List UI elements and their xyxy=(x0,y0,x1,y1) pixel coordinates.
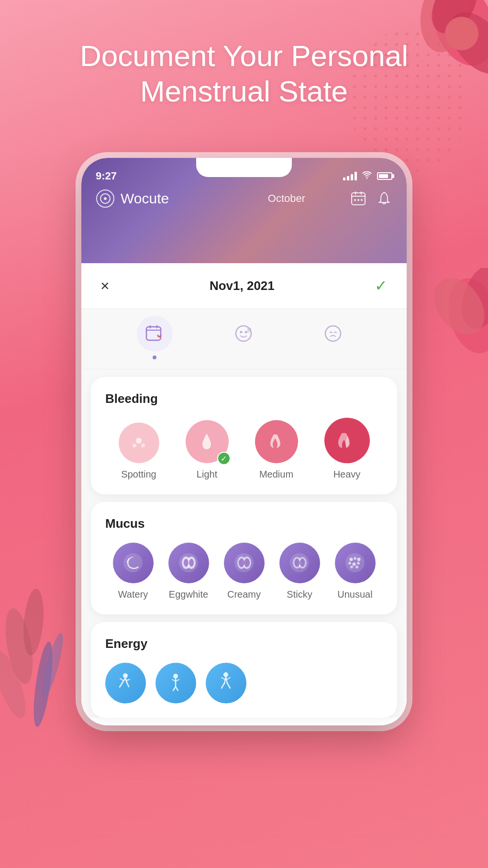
svg-point-29 xyxy=(240,331,243,334)
bleeding-options: Spotting ✓ Light xyxy=(105,418,383,480)
notification-icon[interactable] xyxy=(376,190,392,207)
tab-emotion[interactable] xyxy=(315,316,351,359)
svg-point-53 xyxy=(354,557,356,560)
svg-point-35 xyxy=(123,553,143,572)
energy-section-card: Energy xyxy=(91,622,397,718)
tab-emotion-bg xyxy=(315,316,351,352)
tab-mood-bg xyxy=(226,316,262,352)
unusual-circle xyxy=(335,543,376,583)
bleeding-option-spotting[interactable]: Spotting xyxy=(119,423,159,480)
svg-point-22 xyxy=(357,199,359,201)
bleeding-option-heavy[interactable]: Heavy xyxy=(324,418,370,480)
battery-icon xyxy=(377,172,392,180)
svg-point-50 xyxy=(299,559,305,567)
calendar-icon[interactable] xyxy=(350,190,366,207)
svg-point-45 xyxy=(244,558,250,567)
svg-point-54 xyxy=(357,558,360,561)
energy-option-3[interactable] xyxy=(206,663,246,703)
svg-point-52 xyxy=(349,558,353,561)
status-time: 9:27 xyxy=(96,166,117,182)
watery-circle xyxy=(113,543,154,583)
bleeding-section-card: Bleeding Spotting xyxy=(91,377,397,494)
app-nav-bar: Wocute October xyxy=(81,184,407,213)
confirm-button[interactable]: ✓ xyxy=(375,277,388,295)
mucus-option-eggwhite[interactable]: Eggwhite xyxy=(168,543,209,600)
eggwhite-label: Eggwhite xyxy=(169,589,208,600)
mucus-option-sticky[interactable]: Sticky xyxy=(279,543,320,600)
heavy-circle xyxy=(324,418,370,463)
selected-check-badge: ✓ xyxy=(217,452,231,465)
tab-mood[interactable] xyxy=(226,316,262,359)
watery-label: Watery xyxy=(118,589,148,600)
svg-point-21 xyxy=(354,199,356,201)
bleeding-tab-icon xyxy=(144,323,166,345)
svg-point-60 xyxy=(123,673,128,678)
svg-point-23 xyxy=(361,199,363,201)
svg-point-59 xyxy=(355,566,358,568)
svg-point-34 xyxy=(141,444,145,447)
flower-right-decoration xyxy=(402,268,488,404)
leaf-left-decoration xyxy=(0,550,77,734)
heavy-label: Heavy xyxy=(333,469,361,480)
svg-point-32 xyxy=(136,438,142,444)
mood-tab-icon xyxy=(233,323,255,345)
svg-point-13 xyxy=(366,178,368,179)
energy-option-2[interactable] xyxy=(155,663,196,703)
tab-row xyxy=(81,309,407,369)
emotion-tab-icon xyxy=(322,323,344,345)
light-circle: ✓ xyxy=(186,420,229,463)
energy-circle-3 xyxy=(206,663,246,703)
month-label: October xyxy=(223,192,350,205)
phone-mockup: 9:27 xyxy=(81,158,407,725)
close-button[interactable]: × xyxy=(100,277,110,295)
svg-point-40 xyxy=(189,559,194,567)
bleeding-option-light[interactable]: ✓ Light xyxy=(186,420,229,480)
spotting-circle xyxy=(119,423,159,463)
svg-point-61 xyxy=(173,674,178,679)
svg-rect-17 xyxy=(352,193,365,205)
svg-point-30 xyxy=(245,331,247,334)
hero-title: Document Your Personal Menstrual State xyxy=(0,38,488,110)
unusual-label: Unusual xyxy=(337,589,372,600)
medium-label: Medium xyxy=(259,469,293,480)
phone-header: 9:27 xyxy=(81,158,407,263)
wocute-logo-icon xyxy=(96,189,115,208)
mucus-section-card: Mucus Watery xyxy=(91,502,397,614)
svg-point-44 xyxy=(239,558,244,567)
sticky-circle xyxy=(279,543,320,583)
mucus-option-creamy[interactable]: Creamy xyxy=(224,543,265,600)
svg-point-51 xyxy=(345,553,365,572)
signal-icon xyxy=(343,172,357,180)
energy-options xyxy=(105,663,383,703)
bleeding-option-medium[interactable]: Medium xyxy=(255,420,298,480)
app-name-label: Wocute xyxy=(121,190,169,207)
light-label: Light xyxy=(197,469,217,480)
phone-frame: 9:27 xyxy=(81,158,407,725)
svg-point-57 xyxy=(357,562,360,565)
tab-bleeding-bg xyxy=(137,316,173,352)
energy-section-title: Energy xyxy=(105,636,383,651)
svg-point-49 xyxy=(294,559,299,567)
phone-content: × Nov1, 2021 ✓ xyxy=(81,263,407,718)
svg-point-39 xyxy=(184,559,189,567)
svg-point-58 xyxy=(350,566,353,568)
mucus-options: Watery Eggwhi xyxy=(105,543,383,600)
mucus-section-title: Mucus xyxy=(105,516,383,531)
wifi-icon xyxy=(362,170,372,181)
modal-date-label: Nov1, 2021 xyxy=(210,278,275,293)
phone-notch xyxy=(196,158,292,177)
app-logo-group: Wocute xyxy=(96,189,223,208)
sticky-label: Sticky xyxy=(287,589,312,600)
mucus-option-unusual[interactable]: Unusual xyxy=(335,543,376,600)
eggwhite-circle xyxy=(168,543,209,583)
svg-rect-24 xyxy=(146,327,161,340)
creamy-circle xyxy=(224,543,265,583)
bleeding-section-title: Bleeding xyxy=(105,391,383,406)
energy-option-1[interactable] xyxy=(105,663,146,703)
mucus-option-watery[interactable]: Watery xyxy=(113,543,154,600)
energy-circle-1 xyxy=(105,663,146,703)
spotting-label: Spotting xyxy=(121,469,156,480)
svg-point-55 xyxy=(348,562,351,565)
tab-bleeding[interactable] xyxy=(137,316,173,359)
energy-circle-2 xyxy=(155,663,196,703)
